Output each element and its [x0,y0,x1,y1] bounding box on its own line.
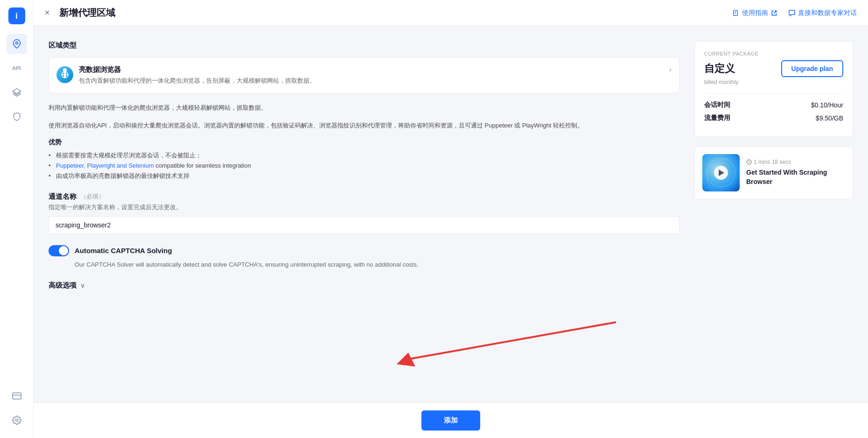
advantage-item-2: Puppeteer, Playwright and Selenium compa… [49,161,679,171]
channel-input[interactable] [49,216,679,234]
sidebar-item-api[interactable]: API [7,58,27,78]
toggle-thumb [59,246,68,255]
advantage-link[interactable]: Puppeteer, Playwright and Selenium [56,162,154,169]
description-2: 使用浏览器自动化API，启动和操控大量爬虫浏览器会话。浏览器内置的解锁功能，包括… [49,120,679,131]
page-title: 新增代理区域 [59,7,725,19]
svg-point-4 [15,419,18,422]
captcha-toggle-row: Automatic CAPTCHA Solving [49,245,679,256]
zone-name: 亮数据浏览器 [79,65,672,74]
zone-type-title: 区域类型 [49,41,679,50]
svg-rect-2 [12,393,21,399]
add-button[interactable]: 添加 [421,410,480,431]
traffic-row: 流量费用 $9.50/GB [704,114,843,122]
right-panel: CURRENT PACKAGE 自定义 Upgrade plan billed … [694,41,853,403]
play-icon [719,170,724,176]
video-card[interactable]: 1 mins 18 secs Get Started With Scraping… [694,146,853,199]
current-package-label: CURRENT PACKAGE [704,51,843,57]
advanced-chevron-icon: ∨ [80,282,85,289]
clock-icon [746,159,752,165]
advantage-item-1: 根据需要按需大规模处理尽浏览器会话，不会被阻止； [49,150,679,161]
sidebar-item-card[interactable] [7,386,27,406]
package-row: 自定义 Upgrade plan [704,60,843,77]
doc-icon [733,10,739,16]
advanced-section[interactable]: 高级选项 ∨ [49,281,679,290]
channel-hint: 指定唯一的解决方案名称，设置完成后无法更改。 [49,203,679,212]
captcha-desc: Our CAPTCHA Solver will automatically de… [75,260,679,270]
zone-chevron-icon[interactable]: › [669,65,672,74]
main-panel: × 新增代理区域 使用指南 直接和数据专家对话 [34,0,868,438]
video-duration: 1 mins 18 secs [746,159,845,165]
close-button[interactable]: × [45,8,50,18]
logo[interactable]: i [8,7,25,24]
advantage-item-3: 由成功率极高的亮数据解锁器的最佳解锁技术支持 [49,171,679,181]
zone-type-icon [56,66,73,83]
sidebar-item-shield[interactable] [7,106,27,127]
advantages-list: 根据需要按需大规模处理尽浏览器会话，不会被阻止； Puppeteer, Play… [49,150,679,181]
description-1: 利用内置解锁功能和代理一体化的爬虫浏览器，大规模轻易解锁网站，抓取数据。 [49,103,679,113]
zone-type-card[interactable]: 亮数据浏览器 包含内置解锁功能和代理的一体化爬虫浏览器，告别屏蔽，大规模解锁网站… [49,57,679,93]
package-billing: billed monthly [704,79,843,85]
topbar-actions: 使用指南 直接和数据专家对话 [733,9,857,17]
sidebar-item-location[interactable] [7,34,27,54]
advanced-label: 高级选项 [49,281,77,290]
captcha-label: Automatic CAPTCHA Solving [75,247,172,254]
sidebar: i API [0,0,34,438]
channel-section: 通道名称 （必填） 指定唯一的解决方案名称，设置完成后无法更改。 [49,192,679,234]
divider [704,93,843,93]
zone-info: 亮数据浏览器 包含内置解锁功能和代理的一体化爬虫浏览器，告别屏蔽，大规模解锁网站… [79,65,672,85]
content-area: 区域类型 亮数据浏览器 [34,26,868,403]
traffic-value: $9.50/GB [816,114,843,122]
external-link-icon [771,10,777,16]
captcha-toggle[interactable] [49,245,69,256]
zone-desc: 包含内置解锁功能和代理的一体化爬虫浏览器，告别屏蔽，大规模解锁网站，抓取数据。 [79,76,672,85]
expert-chat-link[interactable]: 直接和数据专家对话 [789,9,857,17]
sidebar-item-settings[interactable] [7,410,27,431]
bottom-bar: 添加 [34,403,868,438]
session-time-label: 会话时间 [704,101,730,109]
sidebar-item-layers[interactable] [7,82,27,103]
video-title: Get Started With Scraping Browser [746,168,845,186]
package-card: CURRENT PACKAGE 自定义 Upgrade plan billed … [694,41,853,137]
traffic-label: 流量费用 [704,114,730,122]
advantages-title: 优势 [49,138,679,147]
play-button[interactable] [714,166,728,180]
chat-icon [789,10,795,16]
upgrade-plan-button[interactable]: Upgrade plan [781,60,843,77]
channel-label: 通道名称 （必填） [49,192,679,201]
session-time-value: $0.10/Hour [811,101,843,109]
topbar: × 新增代理区域 使用指南 直接和数据专家对话 [34,0,868,26]
captcha-section: Automatic CAPTCHA Solving Our CAPTCHA So… [49,245,679,270]
package-name: 自定义 [704,62,735,76]
video-info: 1 mins 18 secs Get Started With Scraping… [746,159,845,186]
left-panel: 区域类型 亮数据浏览器 [49,41,683,403]
svg-point-0 [15,42,18,44]
session-time-row: 会话时间 $0.10/Hour [704,101,843,109]
user-guide-link[interactable]: 使用指南 [733,9,777,17]
video-thumbnail[interactable] [702,154,740,191]
